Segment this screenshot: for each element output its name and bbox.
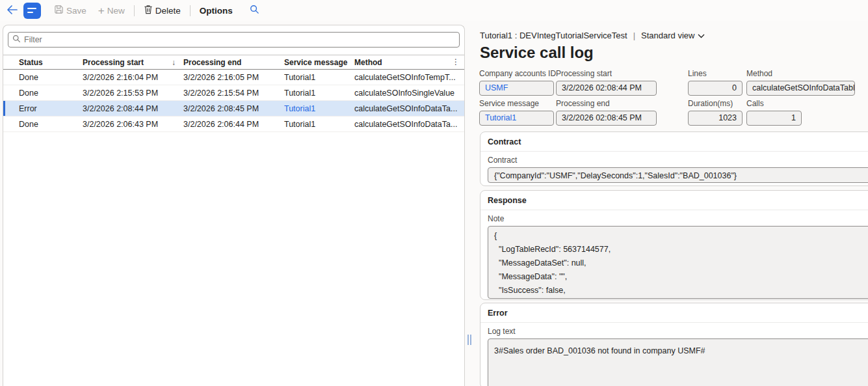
record-title: Tutorial1 : DEVIntegTutorialServiceTest [480,31,627,40]
action-bar: Save + New Delete Options [0,0,868,21]
column-header-service-message[interactable]: Service message [284,58,354,67]
save-icon [54,5,64,16]
cell-processing-start: 3/2/2026 2:06:43 PM [83,120,183,129]
field-company-accounts-id: Company accounts ID USMF [479,69,554,96]
section-contract-header[interactable]: Contract [480,132,868,152]
duration-ms-input[interactable]: 1023 [688,111,743,126]
field-processing-end: Processing end 3/2/2026 02:08:45 PM [556,99,657,126]
field-label: Lines [688,69,743,78]
table-row-selected[interactable]: Error 3/2/2026 2:08:44 PM 3/2/2026 2:08:… [3,101,464,117]
cell-service-message: Tutorial1 [284,120,354,129]
cell-processing-start: 3/2/2026 2:16:04 PM [83,73,183,82]
cell-status: Done [3,89,83,98]
cell-status: Done [3,120,83,129]
breadcrumb-separator: | [633,31,635,40]
cell-method: calculateGetSOInfoTempT... [354,73,464,82]
column-options-icon[interactable]: ⋮ [452,57,460,66]
processing-start-input[interactable]: 3/2/2026 02:08:44 PM [556,81,657,96]
panel-splitter[interactable] [466,25,473,386]
page-title: Service call log [480,44,594,62]
grid-filter-input[interactable] [24,35,455,44]
table-row[interactable]: Done 3/2/2026 2:15:53 PM 3/2/2026 2:15:5… [3,85,464,101]
section-response: Response Note { "LogTableRecId": 5637144… [480,190,868,300]
note-textarea[interactable]: { "LogTableRecId": 5637144577, "MessageD… [488,226,868,299]
grid-panel: Status Processing start ↓ Processing end… [3,25,465,386]
save-button[interactable]: Save [50,2,90,19]
new-button[interactable]: + New [94,2,129,19]
cell-method: calculateSOInfoSingleValue [354,89,464,98]
contract-field-label: Contract [488,156,868,165]
company-accounts-id-input[interactable]: USMF [479,81,554,96]
back-button[interactable] [5,4,18,17]
field-label: Calls [746,99,802,108]
log-text-textarea[interactable]: 3#Sales order BAD_001036 not found in co… [488,338,868,386]
column-header-method[interactable]: Method [354,58,464,67]
delete-button[interactable]: Delete [140,2,185,19]
cell-processing-end: 3/2/2026 2:16:05 PM [183,73,284,82]
toolbar-separator [134,5,135,16]
lines-input[interactable]: 0 [688,81,743,96]
cell-service-message: Tutorial1 [284,89,354,98]
cell-method: calculateGetSOInfoDataTa... [354,104,464,113]
cell-status: Error [3,104,83,113]
menu-icon [27,8,36,9]
breadcrumb: Tutorial1 : DEVIntegTutorialServiceTest … [480,31,705,40]
app-bar-toggle-button[interactable] [23,3,41,19]
field-label: Company accounts ID [479,69,554,78]
trash-icon [144,5,153,16]
cell-status: Done [3,73,83,82]
cell-processing-end: 3/2/2026 2:15:54 PM [183,89,284,98]
back-arrow-icon [7,5,18,16]
contract-input[interactable]: {"CompanyId":"USMF","DelaySeconds":1,"Sa… [488,167,868,183]
field-label: Duration(ms) [688,99,743,108]
column-header-status[interactable]: Status [3,58,83,67]
column-header-processing-end[interactable]: Processing end [183,58,284,67]
save-label: Save [66,6,86,16]
service-message-input[interactable]: Tutorial1 [479,111,554,126]
view-selector-button[interactable]: Standard view [641,31,705,40]
field-label: Processing end [556,99,657,108]
service-log-grid: Status Processing start ↓ Processing end… [3,55,464,386]
table-row[interactable]: Done 3/2/2026 2:16:04 PM 3/2/2026 2:16:0… [3,70,464,85]
grid-header-row: Status Processing start ↓ Processing end… [3,55,464,70]
log-text-field-label: Log text [488,327,868,336]
field-label: Processing start [556,69,657,78]
field-label: Service message [479,99,554,108]
toolbar-separator [190,5,191,16]
section-error-header[interactable]: Error [480,303,868,323]
processing-end-input[interactable]: 3/2/2026 02:08:45 PM [556,111,657,126]
section-response-header[interactable]: Response [480,191,868,210]
field-service-message: Service message Tutorial1 [479,99,554,126]
note-field-label: Note [488,214,868,223]
cell-processing-end: 3/2/2026 2:08:45 PM [183,104,284,113]
toolbar-search-button[interactable] [250,5,259,16]
options-label: Options [200,6,233,16]
calls-input[interactable]: 1 [746,111,802,126]
cell-processing-start: 3/2/2026 2:08:44 PM [83,104,183,113]
selection-indicator-bar [3,101,5,116]
method-input[interactable]: calculateGetSOInfoDataTable [746,81,855,96]
field-calls: Calls 1 [746,99,802,126]
filter-search-icon [12,34,21,45]
splitter-grip-icon [467,335,471,345]
filter-box [8,32,460,48]
search-icon [250,5,259,16]
section-contract: Contract Contract {"CompanyId":"USMF","D… [480,131,868,186]
chevron-down-icon [698,31,705,40]
field-label: Method [746,69,855,78]
table-row[interactable]: Done 3/2/2026 2:06:43 PM 3/2/2026 2:06:4… [3,117,464,132]
plus-icon: + [98,5,105,16]
column-header-processing-start[interactable]: Processing start ↓ [83,58,183,67]
cell-service-message-link[interactable]: Tutorial1 [284,104,354,113]
field-method: Method calculateGetSOInfoDataTable [746,69,855,96]
cell-method: calculateGetSOInfoDataTa... [354,120,464,129]
cell-processing-start: 3/2/2026 2:15:53 PM [83,89,183,98]
cell-processing-end: 3/2/2026 2:06:44 PM [183,120,284,129]
cell-service-message: Tutorial1 [284,73,354,82]
options-button[interactable]: Options [196,2,237,19]
sort-descending-icon: ↓ [172,58,176,67]
view-selector-label: Standard view [641,31,694,40]
field-processing-start: Processing start 3/2/2026 02:08:44 PM [556,69,657,96]
delete-label: Delete [155,6,181,16]
field-lines: Lines 0 [688,69,743,96]
